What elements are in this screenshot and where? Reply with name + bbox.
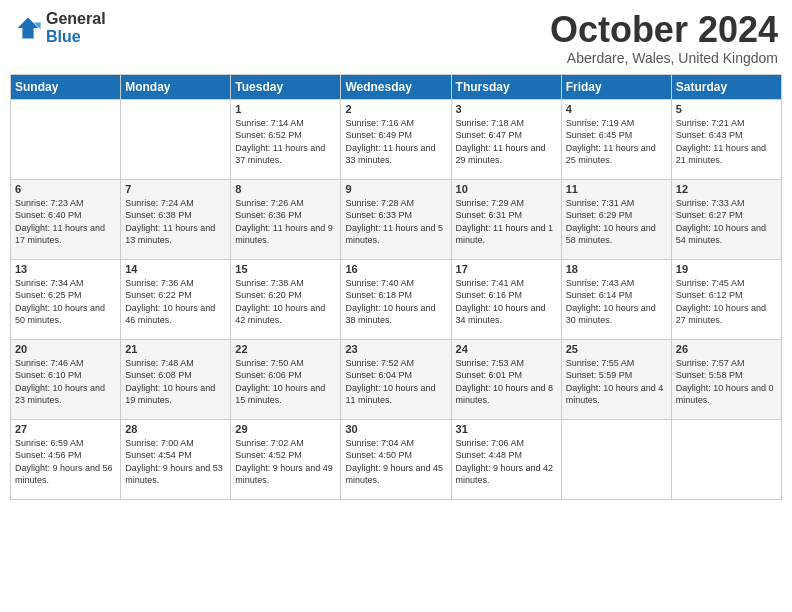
day-number: 11 [566,183,667,195]
day-detail: Sunrise: 7:40 AM Sunset: 6:18 PM Dayligh… [345,277,446,327]
day-number: 1 [235,103,336,115]
calendar-cell: 1Sunrise: 7:14 AM Sunset: 6:52 PM Daylig… [231,99,341,179]
calendar-cell: 6Sunrise: 7:23 AM Sunset: 6:40 PM Daylig… [11,179,121,259]
day-detail: Sunrise: 7:18 AM Sunset: 6:47 PM Dayligh… [456,117,557,167]
calendar-header-row: SundayMondayTuesdayWednesdayThursdayFrid… [11,74,782,99]
day-number: 5 [676,103,777,115]
calendar-cell: 29Sunrise: 7:02 AM Sunset: 4:52 PM Dayli… [231,419,341,499]
svg-marker-0 [18,17,39,38]
calendar-cell: 15Sunrise: 7:38 AM Sunset: 6:20 PM Dayli… [231,259,341,339]
day-detail: Sunrise: 6:59 AM Sunset: 4:56 PM Dayligh… [15,437,116,487]
day-number: 28 [125,423,226,435]
day-number: 4 [566,103,667,115]
calendar-cell: 9Sunrise: 7:28 AM Sunset: 6:33 PM Daylig… [341,179,451,259]
day-number: 13 [15,263,116,275]
day-number: 18 [566,263,667,275]
day-detail: Sunrise: 7:45 AM Sunset: 6:12 PM Dayligh… [676,277,777,327]
day-detail: Sunrise: 7:48 AM Sunset: 6:08 PM Dayligh… [125,357,226,407]
day-detail: Sunrise: 7:46 AM Sunset: 6:10 PM Dayligh… [15,357,116,407]
day-number: 9 [345,183,446,195]
day-number: 27 [15,423,116,435]
weekday-header: Saturday [671,74,781,99]
day-number: 29 [235,423,336,435]
day-detail: Sunrise: 7:33 AM Sunset: 6:27 PM Dayligh… [676,197,777,247]
day-detail: Sunrise: 7:29 AM Sunset: 6:31 PM Dayligh… [456,197,557,247]
day-number: 16 [345,263,446,275]
day-detail: Sunrise: 7:53 AM Sunset: 6:01 PM Dayligh… [456,357,557,407]
day-number: 6 [15,183,116,195]
calendar-body: 1Sunrise: 7:14 AM Sunset: 6:52 PM Daylig… [11,99,782,499]
day-number: 21 [125,343,226,355]
weekday-header: Wednesday [341,74,451,99]
calendar-cell: 22Sunrise: 7:50 AM Sunset: 6:06 PM Dayli… [231,339,341,419]
calendar-week-row: 1Sunrise: 7:14 AM Sunset: 6:52 PM Daylig… [11,99,782,179]
calendar-cell: 17Sunrise: 7:41 AM Sunset: 6:16 PM Dayli… [451,259,561,339]
day-number: 15 [235,263,336,275]
day-number: 7 [125,183,226,195]
day-detail: Sunrise: 7:57 AM Sunset: 5:58 PM Dayligh… [676,357,777,407]
day-detail: Sunrise: 7:00 AM Sunset: 4:54 PM Dayligh… [125,437,226,487]
day-number: 14 [125,263,226,275]
day-detail: Sunrise: 7:19 AM Sunset: 6:45 PM Dayligh… [566,117,667,167]
day-detail: Sunrise: 7:14 AM Sunset: 6:52 PM Dayligh… [235,117,336,167]
day-detail: Sunrise: 7:55 AM Sunset: 5:59 PM Dayligh… [566,357,667,407]
day-detail: Sunrise: 7:23 AM Sunset: 6:40 PM Dayligh… [15,197,116,247]
calendar-cell [671,419,781,499]
day-detail: Sunrise: 7:02 AM Sunset: 4:52 PM Dayligh… [235,437,336,487]
day-detail: Sunrise: 7:06 AM Sunset: 4:48 PM Dayligh… [456,437,557,487]
day-detail: Sunrise: 7:31 AM Sunset: 6:29 PM Dayligh… [566,197,667,247]
day-detail: Sunrise: 7:43 AM Sunset: 6:14 PM Dayligh… [566,277,667,327]
month-title: October 2024 [550,10,778,50]
calendar-cell: 13Sunrise: 7:34 AM Sunset: 6:25 PM Dayli… [11,259,121,339]
calendar-cell: 7Sunrise: 7:24 AM Sunset: 6:38 PM Daylig… [121,179,231,259]
calendar-cell: 16Sunrise: 7:40 AM Sunset: 6:18 PM Dayli… [341,259,451,339]
calendar-cell: 24Sunrise: 7:53 AM Sunset: 6:01 PM Dayli… [451,339,561,419]
day-number: 3 [456,103,557,115]
day-number: 17 [456,263,557,275]
day-detail: Sunrise: 7:26 AM Sunset: 6:36 PM Dayligh… [235,197,336,247]
day-number: 26 [676,343,777,355]
weekday-header: Sunday [11,74,121,99]
day-detail: Sunrise: 7:21 AM Sunset: 6:43 PM Dayligh… [676,117,777,167]
weekday-header: Monday [121,74,231,99]
calendar-week-row: 27Sunrise: 6:59 AM Sunset: 4:56 PM Dayli… [11,419,782,499]
page-header: General Blue October 2024 Aberdare, Wale… [10,10,782,66]
calendar-cell: 3Sunrise: 7:18 AM Sunset: 6:47 PM Daylig… [451,99,561,179]
day-number: 20 [15,343,116,355]
day-number: 23 [345,343,446,355]
calendar-cell [121,99,231,179]
day-detail: Sunrise: 7:04 AM Sunset: 4:50 PM Dayligh… [345,437,446,487]
day-number: 30 [345,423,446,435]
calendar-cell [11,99,121,179]
calendar-cell: 11Sunrise: 7:31 AM Sunset: 6:29 PM Dayli… [561,179,671,259]
calendar-cell: 25Sunrise: 7:55 AM Sunset: 5:59 PM Dayli… [561,339,671,419]
calendar-cell: 8Sunrise: 7:26 AM Sunset: 6:36 PM Daylig… [231,179,341,259]
day-detail: Sunrise: 7:52 AM Sunset: 6:04 PM Dayligh… [345,357,446,407]
title-block: October 2024 Aberdare, Wales, United Kin… [550,10,778,66]
calendar-cell: 26Sunrise: 7:57 AM Sunset: 5:58 PM Dayli… [671,339,781,419]
calendar-cell: 20Sunrise: 7:46 AM Sunset: 6:10 PM Dayli… [11,339,121,419]
location: Aberdare, Wales, United Kingdom [550,50,778,66]
day-number: 19 [676,263,777,275]
day-number: 10 [456,183,557,195]
day-detail: Sunrise: 7:41 AM Sunset: 6:16 PM Dayligh… [456,277,557,327]
day-detail: Sunrise: 7:34 AM Sunset: 6:25 PM Dayligh… [15,277,116,327]
day-detail: Sunrise: 7:50 AM Sunset: 6:06 PM Dayligh… [235,357,336,407]
day-number: 24 [456,343,557,355]
day-number: 12 [676,183,777,195]
weekday-header: Thursday [451,74,561,99]
day-detail: Sunrise: 7:24 AM Sunset: 6:38 PM Dayligh… [125,197,226,247]
weekday-header: Tuesday [231,74,341,99]
calendar-cell: 12Sunrise: 7:33 AM Sunset: 6:27 PM Dayli… [671,179,781,259]
calendar-cell: 2Sunrise: 7:16 AM Sunset: 6:49 PM Daylig… [341,99,451,179]
day-detail: Sunrise: 7:36 AM Sunset: 6:22 PM Dayligh… [125,277,226,327]
calendar-cell: 28Sunrise: 7:00 AM Sunset: 4:54 PM Dayli… [121,419,231,499]
day-detail: Sunrise: 7:16 AM Sunset: 6:49 PM Dayligh… [345,117,446,167]
day-number: 2 [345,103,446,115]
calendar-cell: 5Sunrise: 7:21 AM Sunset: 6:43 PM Daylig… [671,99,781,179]
calendar: SundayMondayTuesdayWednesdayThursdayFrid… [10,74,782,500]
calendar-cell: 31Sunrise: 7:06 AM Sunset: 4:48 PM Dayli… [451,419,561,499]
day-number: 22 [235,343,336,355]
calendar-cell: 19Sunrise: 7:45 AM Sunset: 6:12 PM Dayli… [671,259,781,339]
calendar-cell: 10Sunrise: 7:29 AM Sunset: 6:31 PM Dayli… [451,179,561,259]
